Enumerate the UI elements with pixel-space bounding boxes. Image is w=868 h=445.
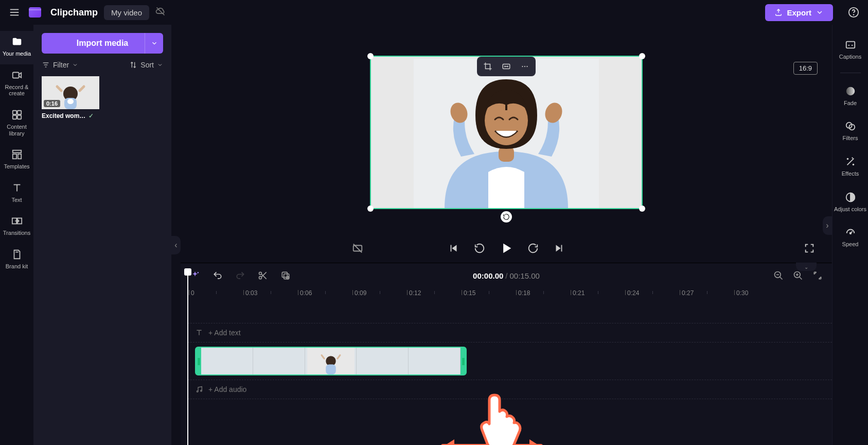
resize-handle-tr[interactable]	[639, 53, 645, 59]
export-button[interactable]: Export	[765, 4, 833, 21]
svg-rect-6	[12, 72, 19, 78]
preview-area: 16:9	[181, 25, 832, 263]
svg-rect-7	[12, 111, 16, 114]
svg-line-46	[800, 277, 802, 280]
text-icon	[195, 329, 203, 337]
right-captions[interactable]: Captions	[832, 32, 869, 67]
project-title[interactable]: My video	[104, 5, 149, 20]
app-logo	[29, 7, 41, 18]
sort-button[interactable]: Sort	[129, 61, 163, 69]
playback-time: 00:00.00/00:15.00	[473, 271, 540, 280]
svg-point-25	[524, 66, 525, 67]
right-fade[interactable]: Fade	[832, 78, 869, 114]
export-label: Export	[787, 8, 811, 17]
svg-marker-67	[443, 439, 454, 445]
duplicate-button[interactable]	[279, 269, 292, 282]
svg-rect-34	[451, 245, 452, 252]
redo-button[interactable]	[234, 269, 246, 282]
rotate-handle[interactable]	[501, 211, 512, 222]
svg-point-26	[526, 66, 527, 67]
resize-handle-bl[interactable]	[367, 206, 374, 212]
rail-record-create[interactable]: Record & create	[0, 64, 33, 104]
video-clip[interactable]: ‖ ‖	[195, 347, 467, 375]
panel-collapse: ‹	[171, 25, 181, 445]
crop-tool[interactable]	[479, 59, 497, 74]
media-duration: 0:16	[44, 100, 60, 107]
rail-templates[interactable]: Templates	[0, 144, 33, 177]
svg-rect-11	[12, 150, 21, 153]
right-effects[interactable]: Effects	[832, 149, 869, 184]
transport-controls	[181, 240, 832, 256]
media-panel: Import media Filter Sort 0:16	[33, 25, 171, 445]
canvas-tools	[477, 57, 536, 76]
rail-transitions[interactable]: Transitions	[0, 210, 33, 244]
svg-rect-63	[326, 365, 336, 375]
tracks-area: + Add text ‖ ‖	[181, 302, 832, 445]
filter-button[interactable]: Filter	[42, 61, 78, 69]
undo-button[interactable]	[211, 269, 224, 282]
app-name: Clipchamp	[50, 7, 98, 18]
svg-rect-8	[17, 111, 21, 114]
cloud-sync-off-icon[interactable]	[155, 6, 166, 19]
hide-preview-button[interactable]	[350, 241, 365, 255]
svg-point-65	[201, 390, 202, 391]
video-track[interactable]: ‖ ‖	[188, 346, 832, 376]
right-rail: Captions Fade Filters Effects Adjust col…	[832, 25, 868, 445]
collapse-left-panel-button[interactable]: ‹	[171, 236, 181, 254]
svg-point-36	[198, 272, 199, 273]
stage: 16:9	[181, 25, 832, 445]
collapse-right-panel-button[interactable]: ›	[823, 216, 832, 235]
help-button[interactable]	[845, 4, 862, 21]
svg-point-74	[853, 164, 854, 165]
left-rail: Your media Record & create Content libra…	[0, 25, 33, 445]
svg-line-43	[780, 277, 783, 280]
media-title: Excited wom…	[42, 112, 85, 119]
rail-content-library[interactable]: Content library	[0, 104, 33, 144]
skip-end-button[interactable]	[552, 241, 566, 255]
media-used-check-icon: ✓	[88, 112, 94, 119]
zoom-fit-button[interactable]	[811, 269, 824, 282]
video-canvas[interactable]	[370, 56, 643, 209]
resize-handle-tl[interactable]	[367, 53, 374, 59]
timeline: ⌄ 00:00.00/00:15.00 0	[181, 263, 832, 445]
fullscreen-button[interactable]	[802, 241, 817, 255]
media-thumbnail[interactable]: 0:16 Excited wom… ✓	[42, 76, 99, 119]
forward-5-button[interactable]	[526, 241, 540, 255]
svg-rect-22	[67, 99, 74, 104]
import-media-button[interactable]: Import media	[42, 33, 163, 54]
svg-point-70	[846, 87, 855, 95]
svg-point-64	[197, 391, 198, 392]
timeline-toolbar: 00:00.00/00:15.00	[181, 263, 832, 288]
right-adjust-colors[interactable]: Adjust colors	[832, 184, 869, 220]
svg-rect-69	[846, 42, 855, 48]
rail-brand-kit[interactable]: Brand kit	[0, 244, 33, 277]
play-button[interactable]	[498, 240, 515, 256]
import-media-dropdown[interactable]	[145, 33, 163, 54]
svg-rect-10	[17, 115, 21, 119]
right-filters[interactable]: Filters	[832, 113, 869, 149]
text-track[interactable]: + Add text	[188, 323, 832, 343]
skip-start-button[interactable]	[447, 241, 461, 255]
zoom-in-button[interactable]	[792, 269, 804, 282]
svg-rect-13	[17, 154, 21, 159]
svg-point-24	[522, 66, 523, 67]
resize-handle-br[interactable]	[639, 206, 645, 212]
rail-your-media[interactable]: Your media	[0, 31, 33, 64]
fit-tool[interactable]	[498, 59, 515, 74]
svg-point-5	[854, 14, 854, 15]
split-button[interactable]	[257, 269, 269, 282]
svg-rect-12	[12, 154, 16, 159]
collapse-timeline-button[interactable]: ⌄	[796, 263, 817, 271]
rail-text[interactable]: Text	[0, 177, 33, 211]
aspect-ratio-button[interactable]: 16:9	[793, 62, 818, 75]
time-ruler[interactable]: 0 0:03 0:06 0:09 0:12 0:15 0:18 0:21 0:2…	[188, 288, 832, 302]
audio-track[interactable]: + Add audio	[188, 380, 832, 399]
menu-button[interactable]	[6, 4, 23, 21]
rewind-5-button[interactable]	[472, 241, 487, 255]
top-bar: Clipchamp My video Export	[0, 0, 868, 25]
more-tools[interactable]	[516, 59, 534, 74]
svg-point-76	[849, 233, 851, 234]
right-speed[interactable]: Speed	[832, 219, 869, 255]
zoom-out-button[interactable]	[772, 269, 785, 282]
svg-rect-9	[12, 115, 16, 119]
